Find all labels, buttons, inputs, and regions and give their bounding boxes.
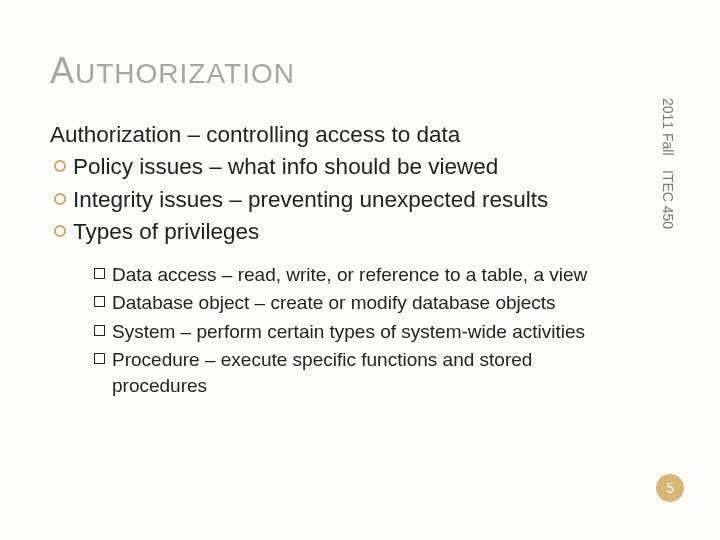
ring-bullet-icon [54, 193, 66, 205]
sub-item: Procedure – execute specific functions a… [94, 347, 610, 398]
content-block: Authorization – controlling access to da… [50, 120, 610, 399]
title-first-letter: A [50, 50, 75, 91]
slide: AUTHORIZATION Authorization – controllin… [0, 0, 720, 540]
page-number: 5 [666, 480, 674, 496]
ring-bullet-icon [54, 225, 66, 237]
sub-item: System – perform certain types of system… [94, 319, 610, 345]
bullet-item: Policy issues – what info should be view… [54, 152, 610, 182]
sub-text: System – perform certain types of system… [112, 319, 585, 345]
square-bullet-icon [94, 353, 105, 364]
title-rest: UTHORIZATION [75, 58, 295, 89]
square-bullet-icon [94, 268, 105, 279]
bullet-item: Types of privileges [54, 217, 610, 247]
bullet-text: Policy issues – what info should be view… [73, 152, 498, 182]
sublist: Data access – read, write, or reference … [94, 262, 610, 399]
sub-text: Procedure – execute specific functions a… [112, 347, 610, 398]
sidebar: 2011 Fall ITEC 450 [660, 98, 680, 328]
bullet-item: Integrity issues – preventing unexpected… [54, 185, 610, 215]
square-bullet-icon [94, 296, 105, 307]
sub-text: Data access – read, write, or reference … [112, 262, 587, 288]
page-number-badge: 5 [656, 474, 684, 502]
sidebar-term: 2011 Fall [660, 98, 676, 156]
lead-line: Authorization – controlling access to da… [50, 120, 610, 150]
sub-item: Data access – read, write, or reference … [94, 262, 610, 288]
ring-bullet-icon [54, 160, 66, 172]
slide-title: AUTHORIZATION [50, 50, 650, 92]
sub-text: Database object – create or modify datab… [112, 290, 556, 316]
square-bullet-icon [94, 325, 105, 336]
bullet-text: Types of privileges [73, 217, 259, 247]
sub-item: Database object – create or modify datab… [94, 290, 610, 316]
sidebar-course: ITEC 450 [660, 170, 676, 229]
bullet-text: Integrity issues – preventing unexpected… [73, 185, 548, 215]
